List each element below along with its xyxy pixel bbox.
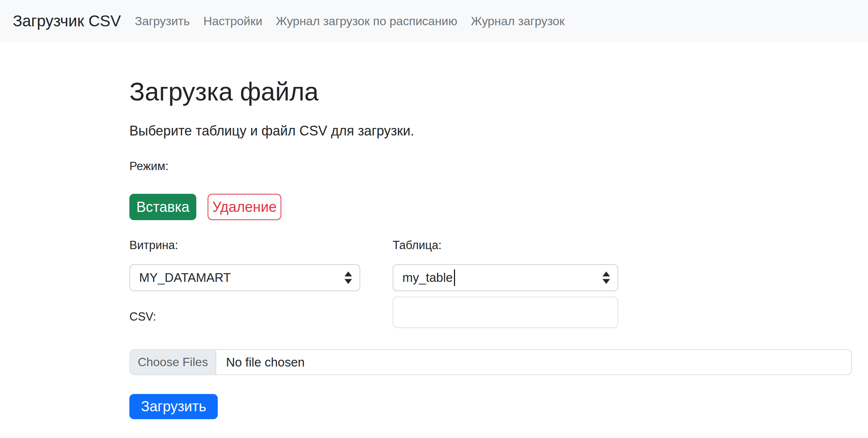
mode-delete-button[interactable]: Удаление — [208, 194, 281, 220]
select-arrows-icon — [344, 272, 352, 284]
text-cursor — [454, 269, 455, 286]
arrow-down-icon — [344, 279, 352, 284]
table-selected-value: my_table — [402, 271, 453, 285]
csv-file-input[interactable]: Choose Files No file chosen — [129, 349, 852, 375]
datamart-selected-value: MY_DATAMART — [139, 271, 231, 285]
nav-link-settings[interactable]: Настройки — [203, 14, 263, 28]
upload-page: Загрузка файла Выберите таблицу и файл C… — [0, 42, 868, 438]
mode-label: Режим: — [129, 160, 168, 173]
nav-link-upload[interactable]: Загрузить — [135, 14, 190, 28]
mode-insert-button[interactable]: Вставка — [129, 194, 196, 220]
table-label: Таблица: — [393, 239, 442, 252]
navbar-brand[interactable]: Загрузчик CSV — [13, 12, 121, 30]
table-filter-input[interactable] — [393, 297, 618, 328]
table-select[interactable]: my_table — [393, 264, 618, 291]
upload-submit-button[interactable]: Загрузить — [129, 394, 218, 419]
select-arrows-icon — [602, 272, 610, 284]
choose-files-button[interactable]: Choose Files — [130, 350, 216, 374]
datamart-label: Витрина: — [129, 239, 178, 252]
arrow-down-icon — [602, 279, 610, 284]
page-title: Загрузка файла — [129, 77, 319, 106]
nav-link-upload-log[interactable]: Журнал загрузок — [471, 14, 565, 28]
file-chosen-status: No file chosen — [216, 350, 305, 374]
page-subtitle: Выберите таблицу и файл CSV для загрузки… — [129, 123, 414, 139]
arrow-up-icon — [344, 272, 352, 277]
navbar: Загрузчик CSV Загрузить Настройки Журнал… — [0, 0, 868, 42]
navbar-links: Загрузить Настройки Журнал загрузок по р… — [135, 14, 578, 28]
datamart-select[interactable]: MY_DATAMART — [129, 264, 360, 291]
arrow-up-icon — [602, 272, 610, 277]
nav-link-scheduled-log[interactable]: Журнал загрузок по расписанию — [276, 14, 457, 28]
csv-label: CSV: — [129, 310, 156, 324]
